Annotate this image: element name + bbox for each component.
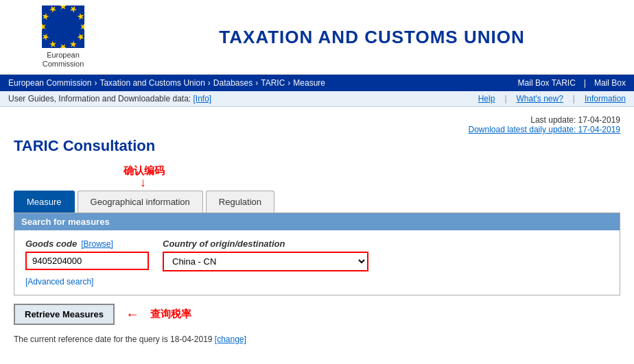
retrieve-area: Retrieve Measures ← 查询税率 (14, 304, 620, 325)
help-link[interactable]: Help (478, 94, 495, 104)
advanced-search-link[interactable]: [Advanced search] (25, 277, 609, 287)
breadcrumb: European Commission › Taxation and Custo… (8, 78, 325, 88)
eu-logo (42, 5, 84, 48)
search-header: Search for measures (14, 213, 620, 230)
query-tax-annotation: 查询税率 (150, 308, 191, 321)
breadcrumb-databases[interactable]: Databases (213, 78, 253, 88)
information-link[interactable]: Information (585, 94, 626, 104)
main-content: Last update: 17-04-2019 Download latest … (0, 107, 634, 358)
country-select[interactable]: China - CN (163, 252, 368, 271)
tab-regulation[interactable]: Regulation (206, 191, 274, 213)
arrow-left-icon: ← (126, 306, 139, 322)
tab-geographical[interactable]: Geographical information (78, 191, 203, 213)
breadcrumb-measure: Measure (293, 78, 325, 88)
download-link[interactable]: Download latest daily update: 17-04-2019 (468, 125, 620, 134)
breadcrumb-taric[interactable]: TARIC (261, 78, 285, 88)
form-row: Goods code [Browse] Country of origin/de… (25, 239, 609, 271)
browse-link[interactable]: [Browse] (81, 239, 113, 249)
breadcrumb-ec[interactable]: European Commission (8, 78, 91, 88)
mailbox-link[interactable]: Mail Box (594, 78, 626, 88)
info-bar-right: Help | What's new? | Information (478, 94, 626, 104)
page-title: TARIC Consultation (14, 137, 620, 155)
breadcrumb-tcu[interactable]: Taxation and Customs Union (99, 78, 204, 88)
country-group: Country of origin/destination China - CN (163, 239, 368, 271)
goods-code-label: Goods code (25, 239, 77, 249)
country-label: Country of origin/destination (163, 239, 368, 249)
mailbox-taric-link[interactable]: Mail Box TARIC (518, 78, 576, 88)
nav-right-links: Mail Box TARIC | Mail Box (518, 78, 626, 88)
search-panel: Search for measures Goods code [Browse] … (14, 213, 620, 295)
tab-measure[interactable]: Measure (14, 191, 75, 213)
nav-bar: European Commission › Taxation and Custo… (0, 75, 634, 91)
info-bar: User Guides, Information and Downloadabl… (0, 91, 634, 107)
site-title: TAXATION AND CUSTOMS UNION (118, 27, 626, 48)
info-link[interactable]: [Info] (193, 94, 212, 104)
info-bar-left: User Guides, Information and Downloadabl… (8, 94, 211, 104)
svg-rect-0 (42, 5, 84, 48)
update-info: Last update: 17-04-2019 Download latest … (14, 115, 620, 134)
ec-label: European Commission (43, 51, 84, 69)
tabs-container: Measure Geographical information Regulat… (14, 191, 620, 213)
goods-code-group: Goods code [Browse] (25, 239, 149, 270)
arrow-down-icon: ↓ (140, 175, 146, 190)
whats-new-link[interactable]: What's new? (517, 94, 563, 104)
logo-area: European Commission (8, 5, 118, 69)
page-header: European Commission TAXATION AND CUSTOMS… (0, 0, 634, 75)
bottom-note: The current reference date for the query… (14, 335, 620, 344)
goods-code-input[interactable] (25, 252, 149, 270)
retrieve-button[interactable]: Retrieve Measures (14, 304, 115, 325)
change-link[interactable]: [change] (215, 335, 246, 344)
